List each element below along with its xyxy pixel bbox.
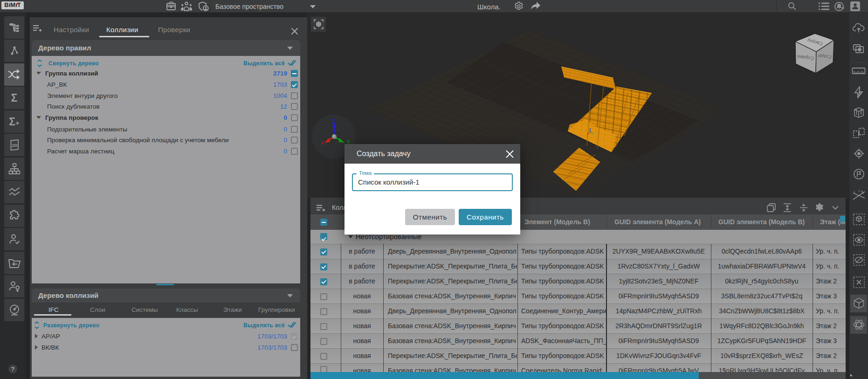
svg-text:Z: Z [332, 118, 335, 125]
svg-text:2: 2 [858, 190, 860, 193]
svg-text:1: 1 [854, 190, 855, 193]
svg-text:Сзади: Сзади [818, 54, 831, 60]
svg-text:X: X [321, 140, 324, 146]
svg-text:2D: 2D [12, 143, 17, 148]
